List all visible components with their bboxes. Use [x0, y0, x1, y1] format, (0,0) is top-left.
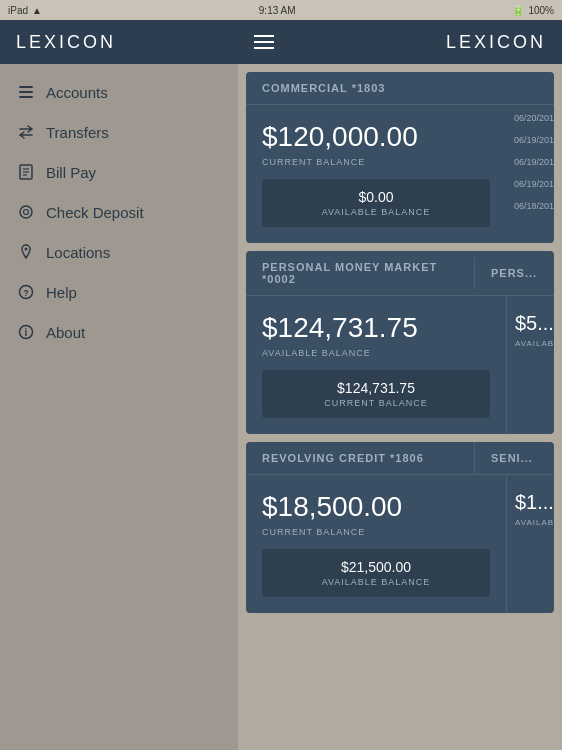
sidebar-item-label-bill-pay: Bill Pay: [46, 164, 96, 181]
secondary-balance-label: AVAILABLE BALANCE: [274, 577, 478, 587]
sidebar-logo: LEXICON: [16, 32, 116, 53]
status-bar: iPad ▲ 9:13 AM 🔋 100%: [0, 0, 562, 20]
battery-icon: 🔋: [512, 5, 524, 16]
main-content: LEXICON COMMERCIAL *1803$120,000.00CURRE…: [238, 20, 562, 750]
secondary-balance-label: AVAILABLE BALANCE: [274, 207, 478, 217]
primary-balance-amount: $120,000.00: [262, 121, 490, 153]
hamburger-line-2: [254, 41, 274, 43]
secondary-balance-box: $21,500.00AVAILABLE BALANCE: [262, 549, 490, 597]
wifi-icon: ▲: [32, 5, 42, 16]
cards-area[interactable]: COMMERCIAL *1803$120,000.00CURRENT BALAN…: [238, 64, 562, 750]
secondary-balance-box: $124,731.75CURRENT BALANCE: [262, 370, 490, 418]
check-deposit-icon: [16, 202, 36, 222]
sidebar-item-accounts[interactable]: Accounts: [0, 72, 238, 112]
primary-balance-label: AVAILABLE BALANCE: [262, 348, 490, 358]
svg-rect-2: [19, 96, 33, 98]
account-section-revolving-credit[interactable]: REVOLVING CREDIT *1806SENI...$18,500.00C…: [246, 442, 554, 613]
primary-balance-amount: $124,731.75: [262, 312, 490, 344]
account-card-commercial[interactable]: $120,000.00CURRENT BALANCE$0.00AVAILABLE…: [246, 105, 506, 243]
account-cards-row-money-market: $124,731.75AVAILABLE BALANCE$124,731.75C…: [246, 296, 554, 434]
help-icon: ?: [16, 282, 36, 302]
secondary-balance-amount: $124,731.75: [274, 380, 478, 396]
main-header: LEXICON: [238, 20, 562, 64]
partial-balance-amount: $5...: [515, 312, 554, 335]
hamburger-line-3: [254, 47, 274, 49]
secondary-balance-label: CURRENT BALANCE: [274, 398, 478, 408]
secondary-balance-amount: $21,500.00: [274, 559, 478, 575]
primary-balance-amount: $18,500.00: [262, 491, 490, 523]
secondary-balance-box: $0.00AVAILABLE BALANCE: [262, 179, 490, 227]
partial-balance-label: AVAILAB...: [515, 518, 554, 527]
account-title-money-market: PERSONAL MONEY MARKET *0002: [246, 251, 474, 295]
account-title-revolving-credit: REVOLVING CREDIT *1806: [246, 442, 474, 474]
svg-rect-1: [19, 91, 33, 93]
secondary-balance-amount: $0.00: [274, 189, 478, 205]
sidebar-item-label-transfers: Transfers: [46, 124, 109, 141]
svg-text:i: i: [25, 327, 28, 338]
device-label: iPad: [8, 5, 28, 16]
transaction-date: 06/19/201: [514, 135, 554, 145]
sidebar-item-about[interactable]: iAbout: [0, 312, 238, 352]
hamburger-button[interactable]: [254, 35, 274, 49]
sidebar-item-bill-pay[interactable]: Bill Pay: [0, 152, 238, 192]
account-cards-row-commercial: $120,000.00CURRENT BALANCE$0.00AVAILABLE…: [246, 105, 554, 243]
partial-card-revolving-credit[interactable]: $1...AVAILAB...: [506, 475, 554, 613]
primary-balance-label: CURRENT BALANCE: [262, 157, 490, 167]
hamburger-line-1: [254, 35, 274, 37]
app-container: LEXICON AccountsTransfersBill PayCheck D…: [0, 20, 562, 750]
svg-rect-0: [19, 86, 33, 88]
about-icon: i: [16, 322, 36, 342]
account-cards-row-revolving-credit: $18,500.00CURRENT BALANCE$21,500.00AVAIL…: [246, 475, 554, 613]
account-section-money-market[interactable]: PERSONAL MONEY MARKET *0002PERS...$124,7…: [246, 251, 554, 434]
sidebar: LEXICON AccountsTransfersBill PayCheck D…: [0, 20, 238, 750]
sidebar-item-label-locations: Locations: [46, 244, 110, 261]
svg-point-8: [24, 210, 29, 215]
status-left: iPad ▲: [8, 5, 42, 16]
account-section-commercial[interactable]: COMMERCIAL *1803$120,000.00CURRENT BALAN…: [246, 72, 554, 243]
sidebar-item-locations[interactable]: Locations: [0, 232, 238, 272]
sidebar-header: LEXICON: [0, 20, 238, 64]
sidebar-item-transfers[interactable]: Transfers: [0, 112, 238, 152]
accounts-icon: [16, 82, 36, 102]
svg-point-9: [25, 248, 28, 251]
dates-column-commercial: 06/20/20106/19/20106/19/20106/19/20106/1…: [506, 105, 554, 243]
sidebar-item-label-check-deposit: Check Deposit: [46, 204, 144, 221]
transaction-date: 06/19/201: [514, 157, 554, 167]
sidebar-nav: AccountsTransfersBill PayCheck DepositLo…: [0, 64, 238, 750]
sidebar-item-label-help: Help: [46, 284, 77, 301]
transfers-icon: [16, 122, 36, 142]
svg-point-7: [20, 206, 32, 218]
sidebar-item-label-accounts: Accounts: [46, 84, 108, 101]
sidebar-item-check-deposit[interactable]: Check Deposit: [0, 192, 238, 232]
svg-text:?: ?: [23, 288, 29, 298]
account-card-revolving-credit[interactable]: $18,500.00CURRENT BALANCE$21,500.00AVAIL…: [246, 475, 506, 613]
account-title2-revolving-credit: SENI...: [474, 442, 554, 474]
bill-pay-icon: [16, 162, 36, 182]
status-time: 9:13 AM: [259, 5, 296, 16]
account-card-money-market[interactable]: $124,731.75AVAILABLE BALANCE$124,731.75C…: [246, 296, 506, 434]
transaction-date: 06/20/201: [514, 113, 554, 123]
primary-balance-label: CURRENT BALANCE: [262, 527, 490, 537]
transaction-date: 06/18/201: [514, 201, 554, 211]
locations-icon: [16, 242, 36, 262]
status-right: 🔋 100%: [512, 5, 554, 16]
partial-balance-label: AVAILAB...: [515, 339, 554, 348]
account-title2-money-market: PERS...: [474, 257, 554, 289]
account-title-commercial: COMMERCIAL *1803: [246, 72, 554, 104]
main-header-logo: LEXICON: [446, 32, 546, 53]
sidebar-item-label-about: About: [46, 324, 85, 341]
sidebar-item-help[interactable]: ?Help: [0, 272, 238, 312]
transaction-date: 06/19/201: [514, 179, 554, 189]
partial-card-money-market[interactable]: $5...AVAILAB...: [506, 296, 554, 434]
partial-balance-amount: $1...: [515, 491, 554, 514]
battery-label: 100%: [528, 5, 554, 16]
